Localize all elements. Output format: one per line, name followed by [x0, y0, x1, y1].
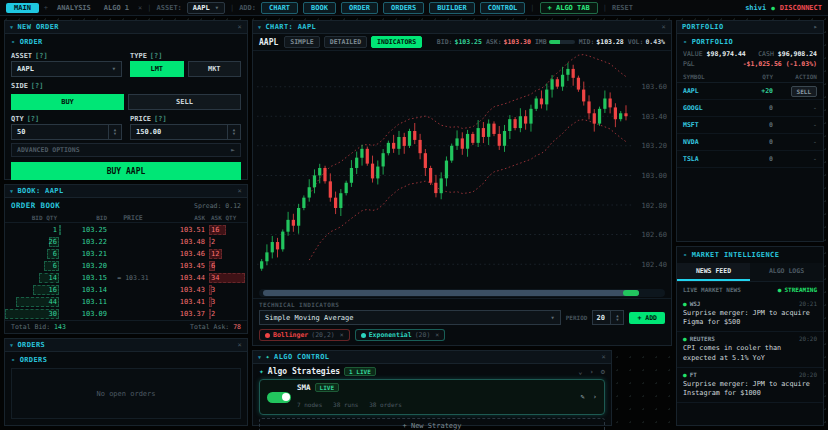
advanced-options-toggle[interactable]: ADVANCED OPTIONS ► — [11, 143, 241, 157]
close-icon[interactable]: × — [237, 341, 242, 349]
panel-title: ORDERS — [17, 341, 45, 349]
view-indicators-button[interactable]: INDICATORS — [371, 36, 422, 48]
close-icon[interactable]: × — [237, 187, 242, 195]
portfolio-row[interactable]: GOOGL0- — [677, 100, 823, 117]
chart-symbol: AAPL — [259, 38, 278, 47]
new-order-header[interactable]: ▼ NEW ORDER × — [5, 21, 247, 34]
divider: | — [530, 4, 534, 12]
collapse-icon[interactable]: - — [683, 251, 688, 259]
bid-qty: 30 — [5, 310, 57, 318]
view-simple-button[interactable]: SIMPLE — [284, 36, 319, 48]
chart-area[interactable]: 103.60103.40103.20103.00102.80102.60102.… — [253, 51, 671, 288]
add-order-button[interactable]: ORDER — [341, 2, 378, 14]
strategy-toggle[interactable] — [267, 392, 291, 403]
qty-stepper[interactable]: 50 ▲▼ — [11, 124, 122, 140]
tab-main[interactable]: MAIN — [6, 3, 39, 13]
add-indicator-button[interactable]: + ADD — [629, 312, 665, 324]
indicator-chip[interactable]: Exponential(20)× — [355, 329, 446, 341]
chart-scrollbar-handle[interactable] — [263, 290, 639, 296]
book-row[interactable]: 6103.20103.456 — [5, 260, 247, 272]
ask-price: 103.46 — [159, 250, 205, 258]
tab-analysis[interactable]: ANALYSIS — [53, 3, 95, 13]
news-item[interactable]: ●FT20:20Surprise merger: JPM to acquire … — [677, 368, 823, 403]
add-book-button[interactable]: BOOK — [303, 2, 336, 14]
disconnect-button[interactable]: DISCONNECT — [780, 4, 822, 12]
book-row[interactable]: 16103.14103.433 — [5, 284, 247, 296]
spinner-icon[interactable]: ▲▼ — [610, 311, 623, 324]
portfolio-row[interactable]: AAPL+20SELL — [677, 83, 823, 100]
bid-qty: 6 — [5, 262, 57, 270]
indicator-select[interactable]: Simple Moving Average ▾ — [259, 310, 561, 325]
collapse-icon[interactable]: ▼ — [258, 24, 261, 30]
add-control-button[interactable]: CONTROL — [480, 2, 526, 14]
chart-zoom-grip[interactable] — [623, 290, 639, 296]
book-row[interactable]: 30103.09103.372 — [5, 308, 247, 320]
chart-header[interactable]: ▼ CHART: AAPL × — [253, 21, 671, 34]
algo-control-header[interactable]: ▼ ✦ ALGO CONTROL × — [253, 351, 611, 364]
book-header[interactable]: ▼ BOOK: AAPL × — [5, 185, 247, 198]
reset-button[interactable]: RESET — [612, 4, 633, 12]
portfolio-column-headers: SYMBOL QTY ACTION — [677, 70, 823, 83]
add-orders-button[interactable]: ORDERS — [383, 2, 424, 14]
close-tab-icon[interactable]: × — [138, 4, 142, 12]
collapse-icon[interactable]: - — [11, 38, 16, 46]
panel-title: CHART: AAPL — [265, 23, 316, 31]
sell-button[interactable]: SELL — [791, 86, 817, 97]
new-strategy-button[interactable]: + New Strategy — [259, 418, 605, 430]
edit-icon[interactable]: ✎ — [581, 393, 585, 401]
chevron-right-icon[interactable]: › — [590, 368, 594, 376]
add-tab-icon[interactable]: + — [44, 4, 48, 12]
book-row[interactable]: 44103.11103.413 — [5, 296, 247, 308]
news-item[interactable]: ●REUTERS20:20CPI comes in cooler than ex… — [677, 332, 823, 367]
submit-buy-button[interactable]: BUY AAPL — [11, 162, 241, 180]
chart-scrollbar-track[interactable] — [259, 289, 665, 297]
close-icon[interactable]: × — [237, 23, 242, 31]
book-row[interactable]: 1103.25103.5116 — [5, 224, 247, 236]
connection-status-icon: ● — [771, 4, 775, 11]
remove-indicator-icon[interactable]: × — [340, 331, 344, 339]
orders-header[interactable]: ▼ ORDERS × — [5, 339, 247, 352]
collapse-icon[interactable]: ▼ — [10, 188, 13, 194]
news-items: ●WSJ20:21Surprise merger: JPM to acquire… — [677, 297, 823, 403]
tab-algo-1[interactable]: ALGO 1 — [100, 3, 133, 13]
imbalance-stat: IMB — [535, 38, 575, 46]
expand-icon[interactable]: ▸ — [813, 23, 818, 31]
gear-icon[interactable]: ⚙ — [601, 368, 605, 376]
add-algo-tab-button[interactable]: + ALGO TAB — [540, 2, 598, 14]
collapse-icon[interactable]: ▼ — [258, 354, 261, 360]
collapse-icon[interactable]: - — [683, 38, 688, 46]
spinner-icon[interactable]: ▲▼ — [227, 125, 240, 139]
add-builder-button[interactable]: BUILDER — [429, 2, 475, 14]
portfolio-row[interactable]: TSLA0- — [677, 151, 823, 168]
news-item[interactable]: ●WSJ20:21Surprise merger: JPM to acquire… — [677, 297, 823, 332]
collapse-icon[interactable]: ▼ — [10, 24, 13, 30]
chevron-right-icon[interactable]: › — [593, 393, 597, 401]
collapse-icon[interactable]: - — [11, 356, 16, 364]
tab-algo-logs[interactable]: ALGO LOGS — [750, 263, 823, 281]
asset-select[interactable]: AAPL ▾ — [187, 2, 225, 14]
collapse-icon[interactable]: ▼ — [10, 342, 13, 348]
type-lmt-button[interactable]: LMT — [130, 61, 184, 77]
order-asset-select[interactable]: AAPL ▾ — [11, 61, 122, 77]
close-icon[interactable]: × — [661, 23, 666, 31]
portfolio-header[interactable]: PORTFOLIO ▸ — [677, 21, 823, 34]
indicator-chip[interactable]: Bollinger(20,2)× — [259, 329, 350, 341]
add-chart-button[interactable]: CHART — [261, 2, 298, 14]
portfolio-row[interactable]: MSFT0- — [677, 117, 823, 134]
portfolio-row[interactable]: NVDA0- — [677, 134, 823, 151]
book-row[interactable]: 6103.21103.4612 — [5, 248, 247, 260]
close-icon[interactable]: × — [601, 353, 606, 361]
price-stepper[interactable]: 150.00 ▲▼ — [130, 124, 241, 140]
book-row[interactable]: 26103.22103.482 — [5, 236, 247, 248]
side-sell-button[interactable]: SELL — [128, 94, 241, 110]
side-buy-button[interactable]: BUY — [11, 94, 124, 110]
view-detailed-button[interactable]: DETAILED — [324, 36, 367, 48]
tab-news-feed[interactable]: NEWS FEED — [677, 263, 750, 281]
collapse-icon[interactable]: ⌄ — [578, 368, 582, 376]
remove-indicator-icon[interactable]: × — [435, 331, 439, 339]
strategy-card[interactable]: SMA LIVE 7 nodes 38 runs 38 orders ✎ › — [259, 379, 605, 415]
spinner-icon[interactable]: ▲▼ — [108, 125, 121, 139]
book-row[interactable]: 14103.15= 103.31103.4434 — [5, 272, 247, 284]
period-stepper[interactable]: 20 ▲▼ — [592, 310, 624, 325]
type-mkt-button[interactable]: MKT — [188, 61, 242, 77]
